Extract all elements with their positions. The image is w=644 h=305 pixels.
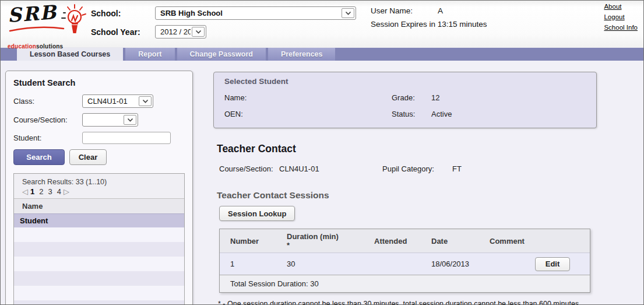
teacher-contact-heading: Teacher Contact	[217, 143, 597, 155]
school-label: School:	[91, 9, 155, 18]
col-duration: Duration (min) *	[287, 232, 374, 250]
logo-underline-swoosh	[9, 26, 65, 32]
course-section-detail-value: CLN4U1-01	[279, 164, 382, 173]
app-window: SRB	[0, 0, 644, 305]
header-links: About Logout School Info	[604, 3, 638, 34]
col-comment: Comment	[490, 237, 535, 246]
content-area: Student Search Class: CLN4U1-01 Course/S…	[1, 61, 643, 305]
course-section-select[interactable]	[82, 113, 138, 127]
chevron-down-icon[interactable]	[342, 8, 354, 18]
student-input[interactable]	[82, 132, 171, 144]
result-row-empty[interactable]	[14, 227, 184, 242]
session-number: 1	[220, 260, 287, 268]
duration-footnote: * - One session duration cannot be less …	[218, 299, 596, 305]
pager-next-icon[interactable]: ▷	[64, 187, 69, 196]
lightbulb-icon	[61, 3, 89, 36]
logo-tagline: educationsolutions	[8, 43, 89, 50]
selected-student-title: Selected Student	[224, 77, 586, 86]
result-row-empty[interactable]	[14, 300, 184, 305]
session-date: 18/06/2013	[431, 260, 490, 268]
tab-change-password[interactable]: Change Password	[177, 48, 266, 61]
school-info-link[interactable]: School Info	[604, 24, 638, 31]
about-link[interactable]: About	[604, 3, 638, 10]
teacher-contact-details: Course/Section: CLN4U1-01 Pupil Category…	[219, 164, 597, 173]
result-row-empty[interactable]	[14, 271, 184, 286]
total-session-duration: Total Session Duration: 30	[220, 275, 590, 292]
session-duration: 30	[287, 260, 374, 268]
results-pagination: ◁ 1 2 3 4 ▷	[22, 187, 184, 196]
logo-brand-text: SRB	[7, 2, 58, 26]
school-selectors: School: SRB High School School Year: 201…	[91, 6, 356, 44]
pager-page-3[interactable]: 3	[48, 187, 52, 196]
results-count-text: Search Results: 33 (1..10)	[22, 178, 184, 186]
school-year-select[interactable]: 2012 / 2013	[155, 25, 206, 38]
pupil-category-value: FT	[452, 164, 462, 173]
tab-lesson-based-courses[interactable]: Lesson Based Courses	[17, 48, 123, 61]
session-expiry-text: Session Expires in 13:15 minutes	[371, 20, 487, 29]
school-select[interactable]: SRB High School	[155, 6, 356, 20]
result-row-selected[interactable]: Student	[14, 213, 184, 227]
sessions-table: Number Duration (min) * Attended Date Co…	[219, 229, 590, 293]
course-section-label: Course/Section:	[13, 115, 82, 124]
main-nav-tabbar: Lesson Based Courses Report Change Passw…	[1, 47, 643, 61]
grade-value: 12	[431, 93, 586, 102]
user-name-value: A	[438, 6, 443, 15]
logout-link[interactable]: Logout	[604, 13, 638, 20]
duration-asterisk: *	[287, 241, 374, 250]
selected-student-panel: Selected Student Name: Grade: 12 OEN: St…	[213, 72, 597, 128]
status-value: Active	[431, 110, 586, 118]
student-search-panel: Student Search Class: CLN4U1-01 Course/S…	[5, 71, 193, 305]
edit-button[interactable]: Edit	[535, 257, 570, 271]
results-summary: Search Results: 33 (1..10) ◁ 1 2 3 4 ▷	[14, 174, 184, 198]
session-row: 1 30 18/06/2013 Edit	[220, 253, 590, 275]
user-name-label: User Name:	[371, 6, 438, 15]
pager-page-1[interactable]: 1	[30, 187, 34, 196]
pupil-category-label: Pupil Category:	[382, 164, 452, 173]
results-name-column-header: Name	[14, 198, 184, 213]
session-info: User Name: A Session Expires in 13:15 mi…	[371, 6, 487, 29]
result-row-empty[interactable]	[14, 242, 184, 257]
app-header: SRB	[1, 1, 643, 47]
pager-page-2[interactable]: 2	[39, 187, 43, 196]
result-row-empty[interactable]	[14, 257, 184, 271]
chevron-down-icon[interactable]	[192, 27, 205, 37]
student-search-title: Student Search	[13, 78, 185, 87]
search-results-box: Search Results: 33 (1..10) ◁ 1 2 3 4 ▷ N…	[13, 173, 185, 305]
oen-label: OEN:	[224, 110, 392, 118]
session-lookup-button[interactable]: Session Lookup	[219, 206, 295, 221]
school-year-label: School Year:	[91, 27, 155, 37]
main-column: Selected Student Name: Grade: 12 OEN: St…	[213, 72, 597, 305]
name-label: Name:	[224, 93, 392, 102]
col-attended: Attended	[374, 237, 431, 246]
class-select[interactable]: CLN4U1-01	[82, 94, 153, 108]
teacher-contact-sessions-heading: Teacher Contact Sessions	[217, 190, 597, 201]
student-label: Student:	[13, 134, 82, 142]
sessions-table-header: Number Duration (min) * Attended Date Co…	[220, 229, 590, 253]
srb-logo: SRB	[8, 4, 89, 50]
col-number: Number	[220, 237, 287, 246]
course-section-detail-label: Course/Section:	[219, 164, 279, 173]
chevron-down-icon[interactable]	[124, 115, 136, 125]
clear-button[interactable]: Clear	[69, 149, 107, 165]
tab-preferences[interactable]: Preferences	[268, 48, 336, 61]
pager-prev-icon[interactable]: ◁	[22, 187, 28, 196]
tab-report[interactable]: Report	[125, 48, 174, 61]
result-row-empty[interactable]	[14, 286, 184, 300]
search-button[interactable]: Search	[13, 149, 65, 165]
grade-label: Grade:	[392, 93, 431, 102]
pager-page-4[interactable]: 4	[57, 187, 61, 196]
col-date: Date	[431, 237, 490, 246]
chevron-down-icon[interactable]	[139, 96, 152, 106]
status-label: Status:	[392, 110, 431, 118]
class-label: Class:	[13, 97, 82, 106]
